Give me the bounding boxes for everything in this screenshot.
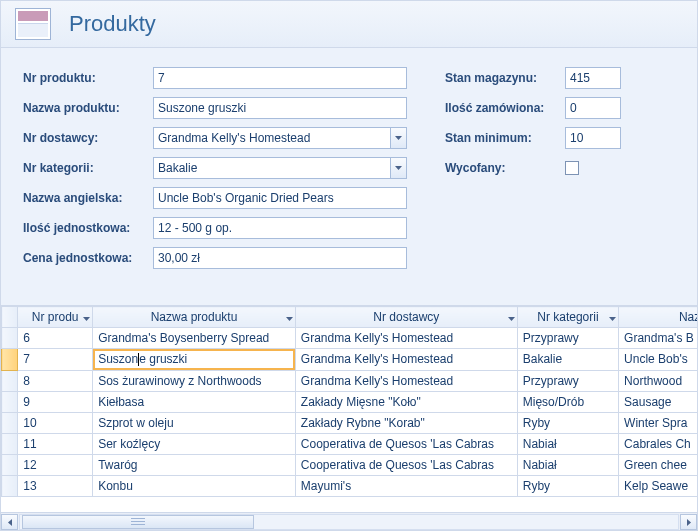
record-form: Nr produktu: Stan magazynu: Nazwa produk…: [1, 48, 697, 306]
table-cell[interactable]: Kelp Seawe: [619, 475, 697, 496]
row-selector[interactable]: [2, 454, 18, 475]
table-cell[interactable]: Konbu: [93, 475, 296, 496]
table-row[interactable]: 13KonbuMayumi'sRybyKelp Seawe: [2, 475, 698, 496]
col-header-naz[interactable]: Naz: [619, 307, 697, 328]
input-ilosc-jednostkowa[interactable]: [153, 217, 407, 239]
table-cell[interactable]: Mayumi's: [295, 475, 517, 496]
label-ilosc-zamowiona: Ilość zamówiona:: [445, 101, 565, 115]
label-nr-kategorii: Nr kategorii:: [23, 161, 153, 175]
table-cell[interactable]: 9: [18, 391, 93, 412]
row-selector[interactable]: [2, 412, 18, 433]
col-header-nr-kategorii[interactable]: Nr kategorii: [517, 307, 618, 328]
horizontal-scrollbar[interactable]: [1, 512, 697, 531]
table-cell[interactable]: Przyprawy: [517, 328, 618, 349]
table-cell[interactable]: Ser koźlęcy: [93, 433, 296, 454]
table-cell[interactable]: Zakłady Mięsne "Koło": [295, 391, 517, 412]
table-cell[interactable]: 13: [18, 475, 93, 496]
table-cell[interactable]: Przyprawy: [517, 370, 618, 391]
table-cell[interactable]: Sausage: [619, 391, 697, 412]
table-cell[interactable]: Uncle Bob's: [619, 349, 697, 371]
table-cell[interactable]: 8: [18, 370, 93, 391]
table-cell[interactable]: Grandma Kelly's Homestead: [295, 328, 517, 349]
table-cell[interactable]: Grandma's Boysenberry Spread: [93, 328, 296, 349]
row-selector[interactable]: [2, 370, 18, 391]
table-cell[interactable]: Cooperativa de Quesos 'Las Cabras: [295, 433, 517, 454]
select-all-cell[interactable]: [2, 307, 18, 328]
table-cell[interactable]: Cabrales Ch: [619, 433, 697, 454]
table-cell[interactable]: Winter Spra: [619, 412, 697, 433]
dropdown-button-kategorii[interactable]: [390, 157, 407, 179]
input-nr-dostawcy[interactable]: [153, 127, 390, 149]
datasheet-table: Nr produ Nazwa produktu Nr dostawcy: [1, 306, 697, 497]
label-nr-dostawcy: Nr dostawcy:: [23, 131, 153, 145]
table-cell[interactable]: Grandma's B: [619, 328, 697, 349]
input-stan-minimum[interactable]: [565, 127, 621, 149]
input-stan-magazynu[interactable]: [565, 67, 621, 89]
chevron-down-icon: [395, 136, 402, 140]
table-cell[interactable]: Grandma Kelly's Homestead: [295, 370, 517, 391]
input-nazwa-angielska[interactable]: [153, 187, 407, 209]
table-cell[interactable]: Sos żurawinowy z Northwoods: [93, 370, 296, 391]
label-nazwa-produktu: Nazwa produktu:: [23, 101, 153, 115]
table-cell[interactable]: Ryby: [517, 475, 618, 496]
dropdown-button-dostawcy[interactable]: [390, 127, 407, 149]
table-cell[interactable]: Nabiał: [517, 454, 618, 475]
table-cell[interactable]: Northwood: [619, 370, 697, 391]
table-cell[interactable]: Green chee: [619, 454, 697, 475]
datasheet-scroll[interactable]: Nr produ Nazwa produktu Nr dostawcy: [1, 306, 697, 509]
table-row[interactable]: 12TwarógCooperativa de Quesos 'Las Cabra…: [2, 454, 698, 475]
table-row[interactable]: 6Grandma's Boysenberry SpreadGrandma Kel…: [2, 328, 698, 349]
table-cell[interactable]: 12: [18, 454, 93, 475]
input-cena-jednostkowa[interactable]: [153, 247, 407, 269]
table-cell[interactable]: Nabiał: [517, 433, 618, 454]
table-row[interactable]: 10Szprot w olejuZakłady Rybne "Korab"Ryb…: [2, 412, 698, 433]
table-cell[interactable]: Cooperativa de Quesos 'Las Cabras: [295, 454, 517, 475]
table-cell[interactable]: Grandma Kelly's Homestead: [295, 349, 517, 371]
table-row[interactable]: 8Sos żurawinowy z NorthwoodsGrandma Kell…: [2, 370, 698, 391]
combo-nr-kategorii[interactable]: [153, 157, 407, 179]
chevron-down-icon[interactable]: [286, 310, 293, 324]
table-cell[interactable]: Bakalie: [517, 349, 618, 371]
col-header-label: Naz: [679, 310, 697, 324]
row-selector[interactable]: [2, 391, 18, 412]
col-header-nr-dostawcy[interactable]: Nr dostawcy: [295, 307, 517, 328]
table-cell[interactable]: 11: [18, 433, 93, 454]
table-row[interactable]: 9KiełbasaZakłady Mięsne "Koło"Mięso/Drób…: [2, 391, 698, 412]
label-nazwa-angielska: Nazwa angielska:: [23, 191, 153, 205]
table-cell[interactable]: Kiełbasa: [93, 391, 296, 412]
input-nazwa-produktu[interactable]: [153, 97, 407, 119]
row-selector[interactable]: [2, 328, 18, 349]
row-selector[interactable]: [2, 475, 18, 496]
table-row[interactable]: 7Suszone gruszkiGrandma Kelly's Homestea…: [2, 349, 698, 371]
row-selector[interactable]: [2, 433, 18, 454]
col-header-nazwa-produktu[interactable]: Nazwa produktu: [93, 307, 296, 328]
checkbox-wycofany[interactable]: [565, 161, 579, 175]
table-cell[interactable]: 7: [18, 349, 93, 371]
chevron-down-icon[interactable]: [83, 310, 90, 324]
input-ilosc-zamowiona[interactable]: [565, 97, 621, 119]
table-cell[interactable]: Zakłady Rybne "Korab": [295, 412, 517, 433]
scroll-right-button[interactable]: [680, 514, 697, 530]
scroll-thumb[interactable]: [22, 515, 254, 529]
table-cell[interactable]: Mięso/Drób: [517, 391, 618, 412]
row-selector[interactable]: [2, 349, 18, 371]
col-header-nr-produ[interactable]: Nr produ: [18, 307, 93, 328]
table-row[interactable]: 11Ser koźlęcyCooperativa de Quesos 'Las …: [2, 433, 698, 454]
table-cell[interactable]: Twaróg: [93, 454, 296, 475]
table-cell[interactable]: Szprot w oleju: [93, 412, 296, 433]
chevron-down-icon[interactable]: [609, 310, 616, 324]
table-header-row: Nr produ Nazwa produktu Nr dostawcy: [2, 307, 698, 328]
table-cell[interactable]: Ryby: [517, 412, 618, 433]
chevron-left-icon: [8, 519, 12, 526]
table-cell[interactable]: 10: [18, 412, 93, 433]
table-cell[interactable]: 6: [18, 328, 93, 349]
input-nr-kategorii[interactable]: [153, 157, 390, 179]
scroll-track[interactable]: [19, 514, 679, 530]
input-nr-produktu[interactable]: [153, 67, 407, 89]
chevron-down-icon[interactable]: [508, 310, 515, 324]
scroll-left-button[interactable]: [1, 514, 18, 530]
table-cell[interactable]: Suszone gruszki: [93, 349, 296, 371]
combo-nr-dostawcy[interactable]: [153, 127, 407, 149]
access-form-window: Produkty Nr produktu: Stan magazynu: Naz…: [0, 0, 698, 531]
chevron-right-icon: [687, 519, 691, 526]
